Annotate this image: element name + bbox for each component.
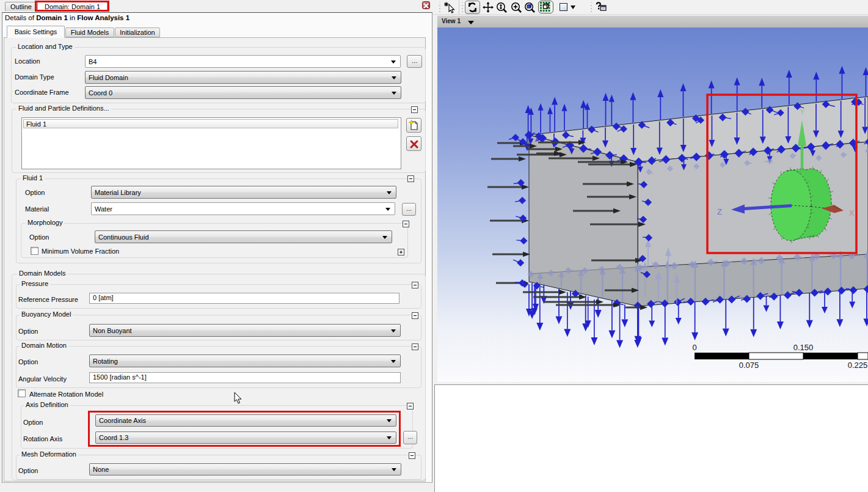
svg-text:X: X <box>849 208 855 218</box>
svg-text:Y: Y <box>800 107 805 116</box>
svg-text:0.225: 0.225 <box>848 361 868 370</box>
svg-text:0: 0 <box>692 343 696 352</box>
svg-text:0.075: 0.075 <box>739 361 759 370</box>
svg-text:Z: Z <box>717 207 722 216</box>
svg-text:0.150: 0.150 <box>793 343 814 352</box>
